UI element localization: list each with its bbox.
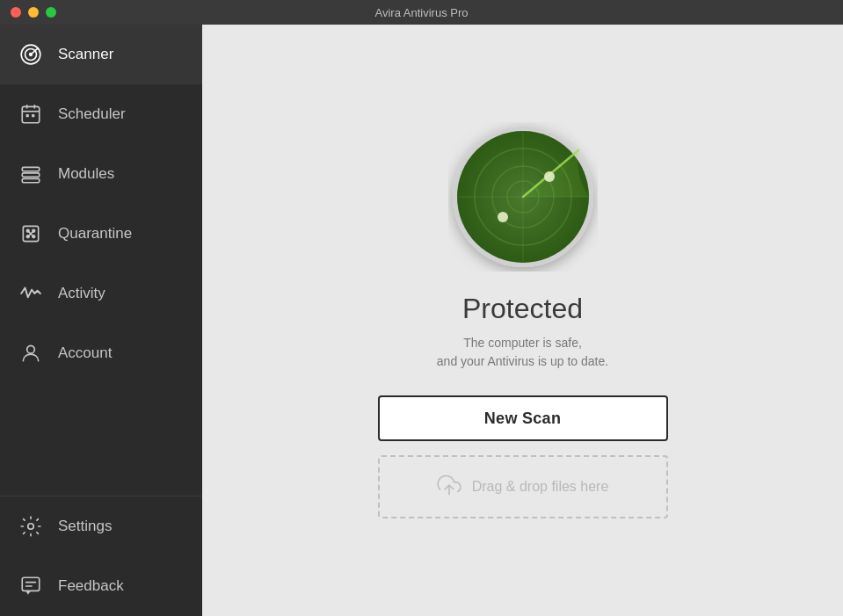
- sidebar-item-scanner[interactable]: Scanner: [0, 25, 202, 84]
- window-controls: [11, 7, 56, 18]
- sidebar-quarantine-label: Quarantine: [58, 225, 132, 243]
- app-body: Scanner Scheduler: [0, 25, 843, 616]
- svg-rect-9: [32, 114, 34, 117]
- sidebar-item-feedback[interactable]: Feedback: [0, 556, 202, 616]
- svg-rect-8: [26, 114, 29, 117]
- gear-icon: [18, 513, 44, 540]
- calendar-icon: [18, 101, 44, 127]
- main-content: Protected The computer is safe, and your…: [202, 25, 843, 616]
- activity-icon: [18, 280, 44, 307]
- window-title: Avira Antivirus Pro: [375, 6, 469, 19]
- status-subtitle: The computer is safe, and your Antivirus…: [437, 334, 608, 371]
- sidebar-item-account[interactable]: Account: [0, 323, 202, 383]
- svg-rect-4: [22, 106, 40, 122]
- sidebar-feedback-label: Feedback: [58, 577, 124, 595]
- svg-point-17: [32, 229, 35, 233]
- sidebar-item-quarantine[interactable]: Quarantine: [0, 204, 202, 264]
- titlebar: Avira Antivirus Pro: [0, 0, 843, 25]
- svg-point-19: [32, 235, 35, 238]
- svg-rect-22: [22, 577, 40, 591]
- svg-rect-11: [22, 173, 40, 177]
- drag-drop-label: Drag & drop files here: [472, 479, 609, 495]
- radar-icon: [18, 41, 44, 68]
- svg-point-21: [28, 524, 34, 530]
- sidebar-top: Scanner Scheduler: [0, 25, 202, 496]
- sidebar-item-modules[interactable]: Modules: [0, 144, 202, 204]
- minimize-button[interactable]: [28, 7, 39, 18]
- feedback-icon: [18, 573, 44, 599]
- svg-point-18: [26, 235, 30, 238]
- status-line2: and your Antivirus is up to date.: [437, 354, 608, 368]
- sidebar-scheduler-label: Scheduler: [58, 105, 126, 123]
- sidebar-bottom: Settings Feedback: [0, 496, 202, 616]
- svg-point-34: [498, 212, 508, 222]
- status-title: Protected: [462, 293, 583, 325]
- sidebar-scanner-label: Scanner: [58, 46, 113, 63]
- sidebar-activity-label: Activity: [58, 285, 105, 302]
- sidebar-item-settings[interactable]: Settings: [0, 496, 202, 556]
- quarantine-icon: [18, 221, 44, 247]
- svg-point-16: [26, 229, 30, 233]
- svg-rect-10: [22, 167, 40, 170]
- svg-rect-12: [22, 178, 40, 182]
- close-button[interactable]: [11, 7, 21, 18]
- radar-graphic: [448, 122, 598, 272]
- new-scan-button[interactable]: New Scan: [378, 395, 668, 441]
- sidebar-item-scheduler[interactable]: Scheduler: [0, 84, 202, 144]
- drag-drop-zone[interactable]: Drag & drop files here: [378, 455, 668, 518]
- svg-point-33: [544, 171, 555, 182]
- modules-icon: [18, 161, 44, 187]
- upload-icon: [437, 473, 461, 501]
- sidebar-settings-label: Settings: [58, 518, 112, 535]
- sidebar-modules-label: Modules: [58, 165, 114, 183]
- svg-point-20: [27, 345, 35, 353]
- sidebar-item-activity[interactable]: Activity: [0, 264, 202, 323]
- status-line1: The computer is safe,: [463, 336, 582, 350]
- maximize-button[interactable]: [46, 7, 56, 18]
- sidebar: Scanner Scheduler: [0, 25, 202, 616]
- sidebar-account-label: Account: [58, 344, 112, 362]
- account-icon: [18, 340, 44, 366]
